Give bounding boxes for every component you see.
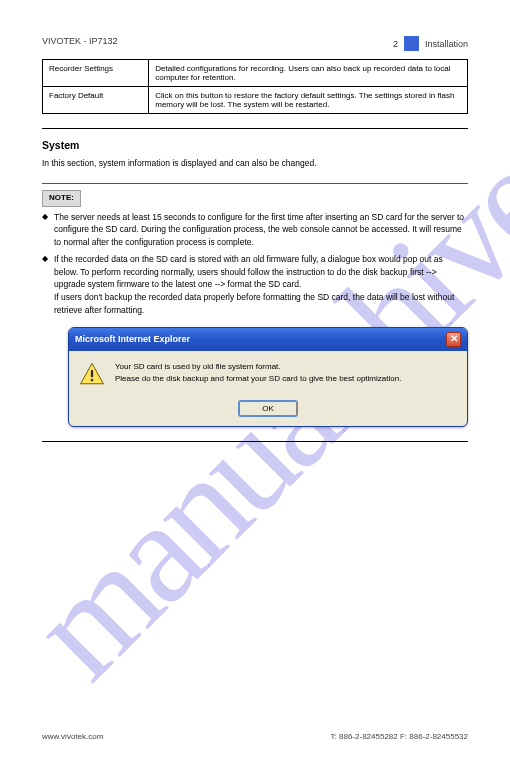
section-heading-system: System xyxy=(42,139,468,151)
close-icon: ✕ xyxy=(450,334,458,344)
chapter-number: 2 xyxy=(393,39,398,49)
dialog-screenshot: Microsoft Internet Explorer ✕ Your SD ca… xyxy=(68,327,468,427)
chapter-indicator: 2 Installation xyxy=(393,36,468,51)
notes-heading: NOTE: xyxy=(42,190,468,206)
note-text-1: The server needs at least 15 seconds to … xyxy=(54,211,468,249)
settings-table: Recorder Settings Detailed configuration… xyxy=(42,59,468,114)
bullet-icon: ◆ xyxy=(42,253,48,317)
note-badge: NOTE: xyxy=(42,190,81,206)
footer-url: www.vivotek.com xyxy=(42,732,103,741)
dialog-line1: Your SD card is used by old file system … xyxy=(115,361,455,374)
divider-thin xyxy=(42,183,468,184)
cell-factory-desc: Click on this button to restore the fact… xyxy=(149,87,468,114)
model-label: VIVOTEK - IP7132 xyxy=(42,36,118,46)
dialog-window: Microsoft Internet Explorer ✕ Your SD ca… xyxy=(68,327,468,427)
bullet-icon: ◆ xyxy=(42,211,48,249)
dialog-titlebar: Microsoft Internet Explorer ✕ xyxy=(69,328,467,351)
page-content: VIVOTEK - IP7132 2 Installation Recorder… xyxy=(0,0,510,765)
cell-factory-label: Factory Default xyxy=(43,87,149,114)
dialog-message: Your SD card is used by old file system … xyxy=(115,361,455,387)
note-item: ◆ The server needs at least 15 seconds t… xyxy=(42,211,468,249)
dialog-line2: Please do the disk backup and format you… xyxy=(115,373,455,386)
svg-point-2 xyxy=(91,378,94,381)
ok-button[interactable]: OK xyxy=(239,401,297,416)
note-item: ◆ If the recorded data on the SD card is… xyxy=(42,253,468,317)
close-button[interactable]: ✕ xyxy=(446,332,461,347)
note-text-2a: If the recorded data on the SD card is s… xyxy=(54,254,443,290)
system-description: In this section, system information is d… xyxy=(42,157,468,170)
page-header: VIVOTEK - IP7132 2 Installation xyxy=(42,36,468,51)
dialog-title-text: Microsoft Internet Explorer xyxy=(75,334,190,344)
svg-rect-1 xyxy=(91,370,93,377)
note-text-2b: If users don't backup the recorded data … xyxy=(54,292,454,315)
warning-icon xyxy=(79,361,105,387)
note-text-2: If the recorded data on the SD card is s… xyxy=(54,253,468,317)
divider xyxy=(42,441,468,442)
chapter-title: Installation xyxy=(425,39,468,49)
cell-recorder-label: Recorder Settings xyxy=(43,60,149,87)
table-row: Recorder Settings Detailed configuration… xyxy=(43,60,468,87)
cell-recorder-desc: Detailed configurations for recording. U… xyxy=(149,60,468,87)
page-footer: www.vivotek.com T: 886-2-82455282 F: 886… xyxy=(42,732,468,741)
dialog-button-row: OK xyxy=(69,397,467,426)
chapter-square-icon xyxy=(404,36,419,51)
table-row: Factory Default Click on this button to … xyxy=(43,87,468,114)
divider xyxy=(42,128,468,129)
dialog-body: Your SD card is used by old file system … xyxy=(69,351,467,397)
footer-contact: T: 886-2-82455282 F: 886-2-82455532 xyxy=(331,732,468,741)
